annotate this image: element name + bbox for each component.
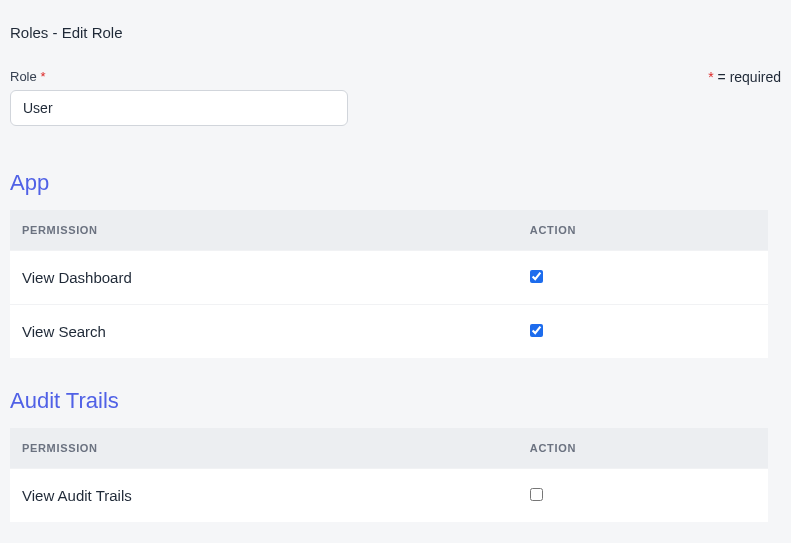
section-title: Audit Trails — [10, 388, 781, 414]
action-cell — [518, 305, 768, 359]
role-field-group: Role * — [10, 69, 348, 126]
permission-label: View Dashboard — [10, 251, 518, 305]
role-label-text: Role — [10, 69, 37, 84]
required-asterisk-icon: * — [708, 69, 713, 85]
table-row: View Dashboard — [10, 251, 768, 305]
action-cell — [518, 469, 768, 523]
permissions-table: PERMISSIONACTIONView DashboardView Searc… — [10, 210, 768, 358]
column-header-action: ACTION — [518, 210, 768, 251]
table-row: View Search — [10, 305, 768, 359]
permission-checkbox[interactable] — [530, 270, 543, 283]
column-header-action: ACTION — [518, 428, 768, 469]
permission-label: View Audit Trails — [10, 469, 518, 523]
role-input[interactable] — [10, 90, 348, 126]
section-title: App — [10, 170, 781, 196]
role-label: Role * — [10, 69, 348, 84]
permission-checkbox[interactable] — [530, 488, 543, 501]
permission-label: View Search — [10, 305, 518, 359]
permission-checkbox[interactable] — [530, 324, 543, 337]
column-header-permission: PERMISSION — [10, 428, 518, 469]
action-cell — [518, 251, 768, 305]
required-note: * = required — [708, 69, 781, 85]
column-header-permission: PERMISSION — [10, 210, 518, 251]
table-row: View Audit Trails — [10, 469, 768, 523]
required-note-text: = required — [718, 69, 781, 85]
required-asterisk-icon: * — [40, 69, 45, 84]
permissions-table: PERMISSIONACTIONView Audit Trails — [10, 428, 768, 522]
page-title: Roles - Edit Role — [10, 10, 781, 41]
